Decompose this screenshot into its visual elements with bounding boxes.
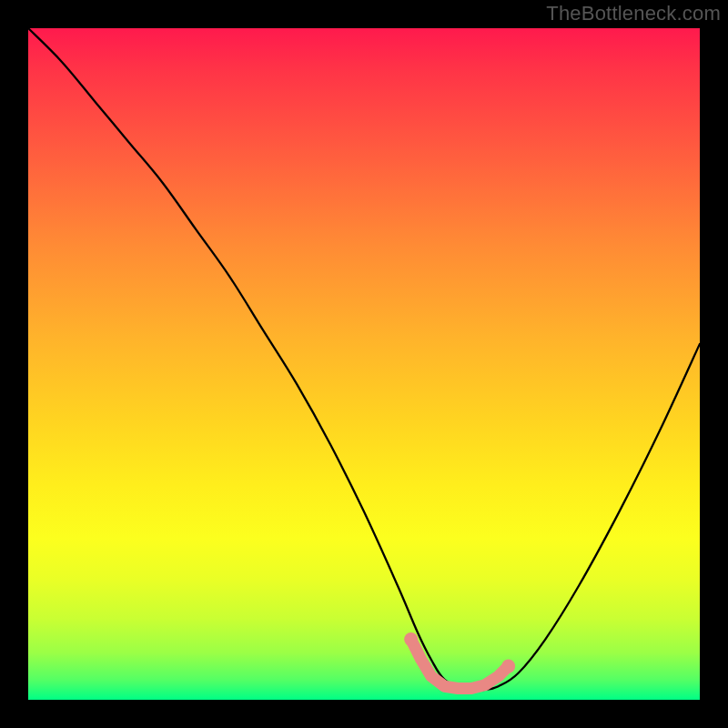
sweet-spot-end-dot [501, 660, 515, 673]
sweet-spot-start-dot [404, 632, 418, 646]
sweet-spot-highlight [411, 640, 509, 689]
chart-frame: TheBottleneck.com [0, 0, 728, 728]
plot-area [28, 28, 700, 700]
bottleneck-curve-path [28, 28, 700, 691]
curve-layer [28, 28, 700, 700]
watermark-text: TheBottleneck.com [546, 2, 721, 25]
